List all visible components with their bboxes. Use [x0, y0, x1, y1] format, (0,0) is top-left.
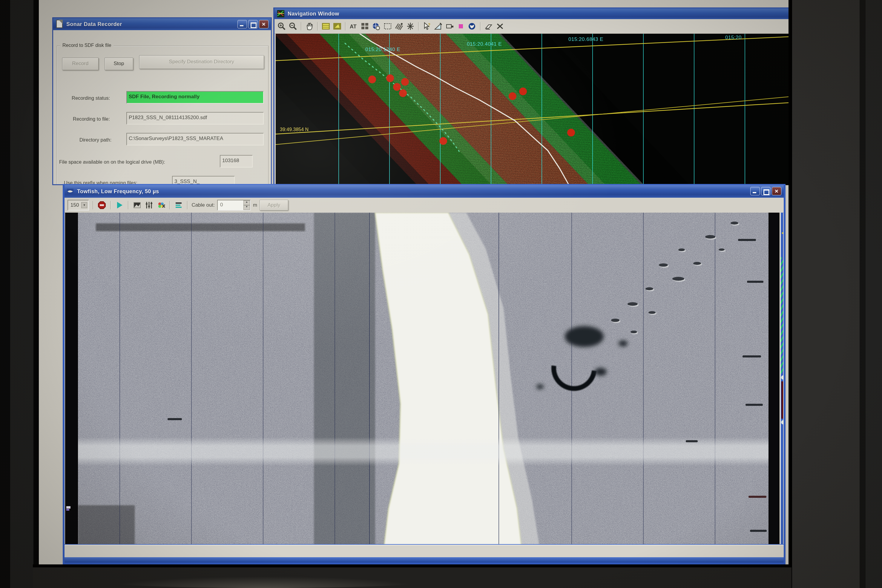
sonar-target	[595, 368, 607, 376]
sdr-window-title: Sonar Data Recorder	[66, 21, 122, 27]
directory-path-value[interactable]: C:\SonarSurveys\P1823_SSS_MARATEA	[126, 133, 264, 146]
seafloor-mark	[686, 440, 698, 442]
toolbar-separator	[301, 22, 302, 30]
measure-triangle-icon[interactable]	[434, 22, 443, 31]
track-palette-icon[interactable]	[321, 22, 331, 31]
sonar-swath	[276, 34, 786, 185]
spin-down-icon[interactable]: ▼	[243, 205, 250, 210]
file-space-label: File space available on on the logical d…	[59, 159, 165, 165]
minimize-icon	[753, 192, 756, 193]
hatch-fill-icon[interactable]	[394, 22, 404, 31]
stop-record-icon[interactable]	[97, 201, 106, 210]
toolbar-separator	[170, 201, 170, 209]
cable-out-unit: m	[253, 202, 257, 208]
recording-file-label: Recording to file:	[73, 116, 110, 122]
lon-label-3: 015:20.6843 E	[568, 36, 603, 42]
target-marker[interactable]	[567, 129, 575, 136]
sdr-close-button[interactable]: ×	[259, 20, 268, 28]
text-size-icon[interactable]: AT	[349, 22, 358, 31]
spin-up-icon[interactable]: ▲	[243, 200, 250, 205]
prefix-value[interactable]: 3_SSS_N_	[172, 176, 235, 185]
range-value: 150	[70, 202, 79, 208]
select-area-icon[interactable]	[383, 22, 393, 31]
recording-file-value[interactable]: P1823_SSS_N_081114135200.sdf	[126, 112, 264, 124]
lon-label-cut: 015:20	[725, 34, 742, 40]
monitor-photo: Sonar Data Recorder × Record to SDF disk…	[0, 0, 882, 588]
apply-button[interactable]: Apply	[260, 200, 288, 210]
play-icon[interactable]	[115, 201, 124, 210]
directory-path-label: Directory path:	[80, 137, 111, 143]
monitor-bezel-right	[789, 0, 882, 588]
sonar-waterfall[interactable]	[65, 213, 783, 546]
pan-hand-icon[interactable]	[304, 22, 314, 31]
towfish-maximize-button[interactable]	[761, 187, 771, 195]
prefix-label: Use this prefix when naming files:	[64, 180, 137, 185]
eraser-icon[interactable]	[484, 22, 494, 31]
waterfall-right-margin	[768, 213, 780, 546]
towfish-window-title: Towfish, Low Frequency, 50 µs	[77, 188, 159, 195]
world-icon[interactable]	[467, 22, 477, 31]
globe-zoom-icon[interactable]	[372, 22, 381, 31]
cable-out-value[interactable]: 0	[218, 200, 243, 210]
window-navigation: Navigation Window AT ?	[273, 8, 789, 185]
towfish-close-button[interactable]: ×	[772, 187, 782, 195]
delete-x-icon[interactable]	[495, 22, 505, 31]
sdr-minimize-button[interactable]	[237, 20, 247, 28]
target-marker[interactable]	[519, 87, 527, 95]
nav-map[interactable]: 015:20.1240 E 015:20.4041 E 015:20.6843 …	[276, 34, 789, 185]
target-marker[interactable]	[393, 83, 401, 91]
toolbar-separator	[345, 22, 346, 30]
towfish-titlebar[interactable]: Towfish, Low Frequency, 50 µs ×	[64, 185, 784, 198]
target-marker[interactable]	[401, 78, 409, 86]
event-mark	[781, 420, 783, 424]
pointer-query-icon[interactable]: ?	[422, 22, 432, 31]
track-select-icon[interactable]	[332, 22, 342, 31]
lat-label-1: 39:49.3854 N	[280, 127, 309, 132]
zoom-in-icon[interactable]	[277, 22, 286, 31]
viewport-mark-icon[interactable]	[445, 22, 454, 31]
stop-button[interactable]: Stop	[105, 58, 133, 70]
towfish-statusbar	[64, 544, 784, 557]
sdr-maximize-button[interactable]	[248, 20, 258, 28]
range-line	[191, 213, 192, 546]
target-marker[interactable]	[386, 74, 394, 82]
cable-out-spinner[interactable]: 0 ▲▼	[217, 200, 250, 210]
towfish-minimize-button[interactable]	[750, 187, 760, 195]
north-mark-icon[interactable]	[406, 22, 415, 31]
palette-icon[interactable]	[156, 201, 166, 210]
snapshot-icon[interactable]	[132, 201, 142, 210]
target-marker[interactable]	[368, 75, 376, 83]
close-icon: ×	[772, 188, 781, 195]
range-select[interactable]: 150 ▾	[68, 200, 89, 210]
recording-status-value: SDF File, Recording normally	[126, 91, 264, 104]
towfish-app-icon	[66, 188, 74, 195]
target-marker[interactable]	[508, 92, 516, 100]
grid-icon[interactable]	[360, 22, 370, 31]
zoom-out-icon[interactable]	[288, 22, 298, 31]
pink-marker-icon[interactable]	[456, 22, 466, 31]
waterfall-left-margin	[65, 213, 78, 546]
event-mark-strip[interactable]	[781, 213, 783, 546]
specify-destination-button[interactable]: Specify Destination Directory	[139, 55, 264, 69]
svg-text:AT: AT	[350, 24, 357, 30]
chevron-down-icon[interactable]: ▾	[81, 202, 87, 208]
toolbar-separator	[317, 22, 318, 30]
sonar-target-shadow	[565, 326, 604, 347]
display-columns-icon[interactable]	[144, 201, 154, 210]
tvg-lines-icon[interactable]	[174, 201, 183, 210]
sdr-titlebar[interactable]: Sonar Data Recorder ×	[53, 18, 271, 30]
record-button[interactable]: Record	[62, 58, 99, 70]
toolbar-separator	[128, 201, 129, 209]
seafloor-mark	[746, 404, 763, 406]
target-marker[interactable]	[399, 89, 407, 97]
lon-label-2: 015:20.4041 E	[467, 41, 502, 47]
window-towfish: Towfish, Low Frequency, 50 µs × 150 ▾	[63, 185, 786, 564]
desk-reflection	[108, 576, 421, 588]
monitor-screen: Sonar Data Recorder × Record to SDF disk…	[39, 0, 789, 564]
window-sonar-data-recorder: Sonar Data Recorder × Record to SDF disk…	[52, 17, 272, 185]
target-marker[interactable]	[440, 137, 447, 145]
event-marks-red	[782, 381, 783, 418]
nav-toolbar: AT ?	[274, 19, 789, 34]
nav-titlebar[interactable]: Navigation Window	[274, 8, 789, 20]
seafloor-mark	[747, 281, 764, 283]
